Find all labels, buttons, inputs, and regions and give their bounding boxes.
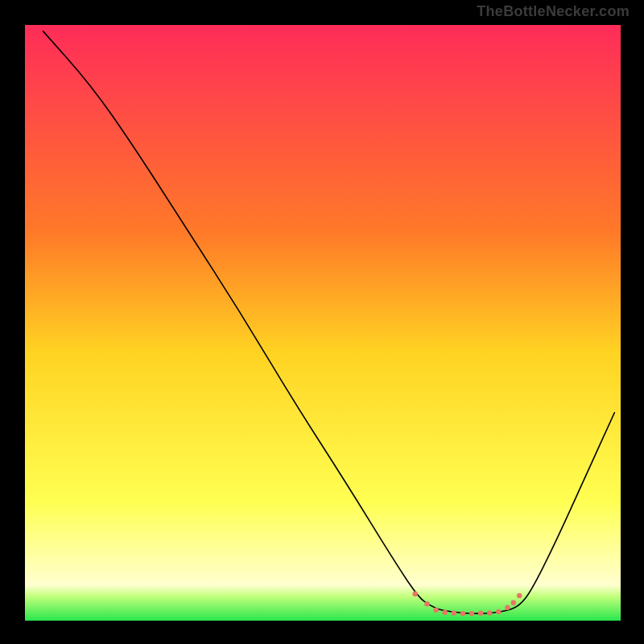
scatter-dot — [452, 610, 456, 615]
scatter-dot — [460, 611, 465, 616]
scatter-dot — [413, 592, 418, 597]
scatter-dot — [433, 607, 438, 612]
scatter-dot — [505, 605, 510, 610]
chart-plot — [24, 24, 621, 621]
watermark-text: TheBottleNecker.com — [477, 3, 630, 20]
gradient-background — [25, 25, 621, 621]
scatter-dot — [496, 609, 501, 614]
scatter-dot — [487, 610, 492, 615]
chart-container: TheBottleNecker.com — [0, 0, 644, 644]
scatter-dot — [517, 593, 522, 598]
scatter-dot — [511, 601, 516, 605]
scatter-dot — [478, 611, 483, 616]
scatter-dot — [469, 611, 474, 616]
scatter-dot — [443, 609, 448, 614]
scatter-dot — [424, 601, 429, 606]
